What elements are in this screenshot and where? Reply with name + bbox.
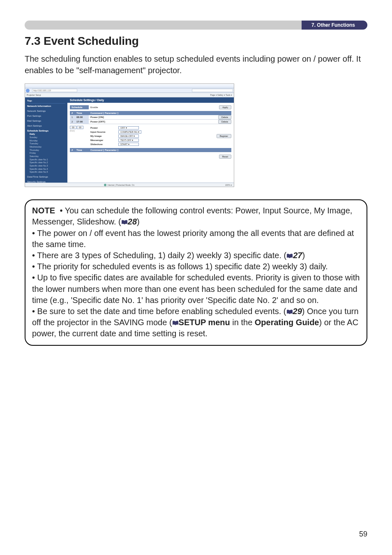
- opt-input-label: Input Source: [89, 130, 118, 134]
- note-b5: • Up to five specific dates are availabl…: [32, 272, 360, 306]
- tab-label: Projector Setup: [27, 94, 41, 96]
- row2-time: 17:00: [75, 120, 89, 124]
- sidebar-spec4: Specific date No.4: [30, 168, 65, 171]
- toolbar-right: Page ▾ Safety ▾ Tools ▾: [210, 94, 232, 96]
- row1-num: 1: [70, 115, 75, 119]
- chapter-tag: 7. Other Functions: [302, 21, 367, 30]
- note-b6-ref: 29: [293, 307, 302, 316]
- sidebar: Top: Network Information Network Setting…: [25, 97, 67, 183]
- row2-delete-button: Delete: [218, 120, 231, 124]
- note-box: NOTE • You can schedule the following co…: [25, 199, 367, 346]
- row1-delete-button: Delete: [218, 115, 231, 119]
- opt-slideshow-select: START ▾: [118, 143, 139, 146]
- sidebar-wednesday: Wednesday: [30, 146, 65, 149]
- col2-cmd: Command [ Parameter ]: [89, 148, 171, 152]
- book-icon: [172, 321, 179, 326]
- header-bar: 7. Other Functions: [25, 21, 367, 30]
- opt-slideshow-label: Slideshow: [89, 142, 118, 146]
- opt-messenger-select: TEXT-OFF ▾: [118, 139, 139, 142]
- note-b1-ref: 28: [128, 217, 137, 226]
- sidebar-spec5: Specific date No.5: [30, 171, 65, 174]
- note-b3-post: ): [302, 251, 305, 260]
- browser-nav: http://192.168.1.10/: [25, 88, 234, 93]
- opt-myimage-select: IMAGE-OFF ▾: [118, 134, 139, 138]
- col2-num: #: [70, 148, 75, 152]
- sidebar-schedule-settings: Schedule Settings: [27, 129, 65, 133]
- note-b6-pre: • Be sure to set the date and time befor…: [32, 307, 286, 316]
- status-mid: Internet | Protected Mode: On: [104, 183, 135, 187]
- col2-time: Time: [75, 148, 89, 152]
- book-icon: [286, 254, 293, 259]
- window-titlebar: [25, 84, 234, 88]
- row1-time: 08:00: [75, 115, 89, 119]
- search-box: [192, 89, 233, 92]
- sidebar-mail-settings: Mail Settings: [27, 119, 65, 123]
- book-icon: [286, 310, 293, 314]
- reset-button: Reset: [219, 155, 231, 159]
- sidebar-top: Top:: [27, 99, 65, 104]
- new-time-sep: (h:m): [70, 130, 89, 132]
- sidebar-security: Security Settings: [27, 180, 65, 184]
- col-time: Time: [75, 111, 89, 115]
- page-title: 7.3 Event Scheduling: [25, 35, 367, 48]
- note-b6-guide: Operating Guide: [255, 318, 319, 327]
- url-bar: http://192.168.1.10/: [32, 89, 77, 92]
- row1-cmd: Power [ON]: [89, 115, 171, 119]
- sidebar-port-settings: Port Settings: [27, 114, 65, 118]
- opt-power-select: OFF ▾: [118, 126, 139, 130]
- section-title: Schedule Settings / Daily: [67, 97, 234, 103]
- browser-toolbar: Projector Setup Page ▾ Safety ▾ Tools ▾: [25, 93, 234, 97]
- schedule-th: Schedule: [70, 105, 89, 109]
- sidebar-monday: Monday: [30, 139, 65, 143]
- sidebar-spec2: Specific date No.2: [30, 161, 65, 164]
- sidebar-spec3: Specific date No.3: [30, 164, 65, 168]
- opt-input-select: COMPUTER IN1 ▾: [118, 130, 141, 134]
- main-panel: Schedule Settings / Daily Schedule Enabl…: [67, 97, 234, 183]
- new-min-input: 00: [77, 126, 83, 129]
- svg-point-0: [104, 184, 106, 186]
- note-b3-pre: • There are 3 types of Scheduling, 1) da…: [32, 251, 286, 260]
- opt-power-label: Power: [89, 126, 118, 130]
- col-cmd: Command [ Parameter ]: [89, 111, 171, 115]
- row2-cmd: Power [OFF]: [89, 120, 171, 124]
- note-b1-pre: • You can schedule the following control…: [32, 206, 352, 226]
- sidebar-network-settings: Network Settings: [27, 109, 65, 113]
- note-b1-post: ): [137, 217, 140, 226]
- sidebar-date-time: Date/Time Settings: [27, 175, 65, 179]
- note-b2: • The power on / off event has the lowes…: [32, 228, 360, 250]
- page-number: 59: [359, 530, 367, 539]
- book-icon: [121, 220, 128, 225]
- sidebar-daily: Daily: [30, 133, 65, 136]
- enable-label: Enable: [89, 105, 171, 109]
- note-label: NOTE: [32, 206, 55, 215]
- register-button: Register: [217, 134, 231, 138]
- sidebar-friday: Friday: [30, 152, 65, 155]
- note-b6-setup: SETUP menu: [179, 318, 230, 327]
- opt-messenger-label: Messenger: [89, 138, 118, 142]
- sidebar-alert-settings: Alert Settings: [27, 124, 65, 128]
- sidebar-spec1: Specific date No.1: [30, 158, 65, 162]
- note-b4: • The priority for scheduled events is a…: [32, 261, 360, 272]
- intro-text: The scheduling function enables to setup…: [25, 53, 367, 76]
- apply-button: Apply: [219, 105, 231, 109]
- row2-num: 2: [70, 120, 75, 124]
- opt-myimage-label: My Image: [89, 134, 118, 138]
- sidebar-network-info: Network Information: [27, 104, 65, 108]
- sidebar-tuesday: Tuesday: [30, 142, 65, 146]
- back-icon: [26, 89, 30, 92]
- sidebar-sunday: Sunday: [30, 136, 65, 139]
- note-b3-ref: 27: [293, 251, 302, 260]
- col-num: #: [70, 111, 75, 115]
- sidebar-thursday: Thursday: [30, 149, 65, 152]
- schedule-settings-screenshot: http://192.168.1.10/ Projector Setup Pag…: [25, 83, 234, 187]
- new-hour-input: 00: [70, 126, 76, 129]
- sidebar-saturday: Saturday: [30, 155, 65, 158]
- note-b6-mid: in the: [230, 318, 255, 327]
- status-zoom: 100% ▾: [225, 184, 232, 186]
